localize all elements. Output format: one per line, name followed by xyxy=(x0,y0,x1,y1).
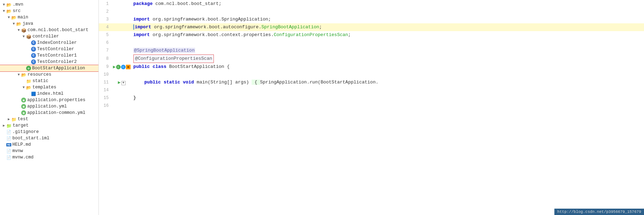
tree-item-label: main xyxy=(18,15,28,20)
tree-arrow xyxy=(16,73,21,77)
tree-item-label: .mvn xyxy=(13,2,23,7)
code-line: 6 xyxy=(99,39,644,47)
java-class-icon: C xyxy=(31,59,36,64)
tree-arrow xyxy=(16,28,21,32)
tree-item-label: controller xyxy=(32,34,59,39)
folder-icon: 📂 xyxy=(6,2,12,7)
tree-item-label: com.ncl.boot.boot_start xyxy=(28,28,89,33)
tree-item-controller[interactable]: 📦controller xyxy=(0,33,98,40)
tree-item-label: .gitignore xyxy=(12,129,39,134)
line-number: 4 xyxy=(99,23,113,31)
line-code xyxy=(131,8,644,16)
line-gutter xyxy=(113,23,131,31)
tree-item-application-common.yml[interactable]: ◉application-common.yml xyxy=(0,110,98,116)
tree-item-label: test xyxy=(18,117,28,122)
tree-item-.gitignore[interactable]: 📄.gitignore xyxy=(0,129,98,135)
line-number: 9 xyxy=(99,63,113,71)
code-line: 7@SpringBootApplication xyxy=(99,47,644,54)
gutter-grid-icon: ⊞ xyxy=(126,65,131,69)
tree-item-label: target xyxy=(13,123,29,128)
tree-arrow xyxy=(11,22,16,26)
tree-item-label: TestController1 xyxy=(37,53,77,58)
tree-item-application.yml[interactable]: ◉application.yml xyxy=(0,103,98,110)
line-gutter xyxy=(113,39,131,47)
line-number: 11 xyxy=(99,79,113,86)
tree-item-mvn[interactable]: 📂.mvn xyxy=(0,1,98,8)
md-file-icon: MD xyxy=(6,143,11,146)
folder-icon: 📂 xyxy=(6,9,12,13)
line-gutter xyxy=(113,8,131,16)
line-gutter xyxy=(113,54,131,63)
line-number: 5 xyxy=(99,31,113,39)
code-line: 2 xyxy=(99,8,644,16)
folder-icon: 📁 xyxy=(6,123,12,128)
line-gutter: ▶+ xyxy=(113,79,131,86)
line-gutter xyxy=(113,71,131,79)
status-bar: http://blog.csdn.net/p3956679_157679 xyxy=(554,209,644,215)
tree-item-HELP.md[interactable]: MDHELP.md xyxy=(0,141,98,148)
tree-arrow xyxy=(6,117,11,121)
tree-item-main[interactable]: 📂main xyxy=(0,14,98,21)
java-class-icon: C xyxy=(31,47,36,52)
tree-item-IndexController[interactable]: CIndexController xyxy=(0,40,98,46)
tree-item-label: TestController2 xyxy=(37,59,77,64)
tree-item-resources[interactable]: 📂resources xyxy=(0,71,98,78)
code-line: 3import org.springframework.boot.SpringA… xyxy=(99,16,644,23)
code-line: 15} xyxy=(99,94,644,102)
expand-icon[interactable]: + xyxy=(121,81,126,85)
package-icon: 📦 xyxy=(21,28,26,33)
line-number: 14 xyxy=(99,86,113,94)
line-code xyxy=(131,86,644,94)
tree-item-label: application.properties xyxy=(27,98,85,103)
tree-item-templates[interactable]: 📂templates xyxy=(0,84,98,91)
line-gutter xyxy=(113,94,131,102)
line-number: 10 xyxy=(99,71,113,79)
line-gutter xyxy=(113,102,131,110)
line-number: 2 xyxy=(99,8,113,16)
tree-item-java[interactable]: 📂java xyxy=(0,21,98,27)
tree-item-static[interactable]: 📁static xyxy=(0,78,98,84)
code-line: 11▶+ public static void main(String[] ar… xyxy=(99,79,644,86)
run-green-icon[interactable]: ▶ xyxy=(113,64,116,70)
tree-item-target[interactable]: 📁target xyxy=(0,122,98,129)
line-code: import org.springframework.boot.SpringAp… xyxy=(131,16,644,23)
tree-arrow xyxy=(1,3,6,7)
tree-item-label: boot_start.iml xyxy=(12,136,49,141)
tree-item-application.properties[interactable]: ◉application.properties xyxy=(0,97,98,103)
file-icon: 📄 xyxy=(6,149,11,153)
line-gutter xyxy=(113,31,131,39)
java-class-icon: C xyxy=(31,40,36,45)
tree-arrow xyxy=(1,123,6,128)
line-code xyxy=(131,39,644,47)
tree-item-index.html[interactable]: 🟦index.html xyxy=(0,91,98,97)
gutter-icons: ▶CC⊞ xyxy=(113,64,131,70)
tree-item-mvnw.cmd[interactable]: 📄mvnw.cmd xyxy=(0,154,98,161)
spring-prop-icon: ◉ xyxy=(21,110,26,115)
package-icon: 📦 xyxy=(26,34,31,39)
line-number: 6 xyxy=(99,39,113,47)
file-icon: 📄 xyxy=(6,155,11,160)
tree-item-TestController[interactable]: CTestController xyxy=(0,46,98,52)
code-line: 14 xyxy=(99,86,644,94)
tree-item-TestController2[interactable]: CTestController2 xyxy=(0,59,98,65)
tree-item-TestController1[interactable]: CTestController1 xyxy=(0,52,98,59)
line-code: import org.springframework.boot.autoconf… xyxy=(131,23,644,31)
folder-icon: 📂 xyxy=(21,72,26,77)
folder-icon: 📁 xyxy=(26,79,31,83)
file-icon: 📄 xyxy=(6,136,11,141)
tree-item-com.ncl.boot.boot_start[interactable]: 📦com.ncl.boot.boot_start xyxy=(0,27,98,33)
tree-item-label: src xyxy=(13,8,21,13)
run-arrow-icon[interactable]: ▶ xyxy=(118,80,121,85)
tree-item-test[interactable]: 📁test xyxy=(0,116,98,122)
code-editor: 1package com.ncl.boot.boot_start;23impor… xyxy=(99,0,644,215)
tree-item-boot_start.iml[interactable]: 📄boot_start.iml xyxy=(0,135,98,141)
tree-item-mvnw[interactable]: 📄mvnw xyxy=(0,148,98,154)
folder-icon: 📂 xyxy=(11,15,17,20)
folder-icon: 📂 xyxy=(26,85,31,90)
tree-item-label: HELP.md xyxy=(12,142,31,147)
class-icon-blue: C xyxy=(121,65,126,69)
tree-item-BootStartApplication[interactable]: ✿BootStartApplication xyxy=(0,65,98,71)
tree-item-src[interactable]: 📂src xyxy=(0,8,98,14)
code-table: 1package com.ncl.boot.boot_start;23impor… xyxy=(99,0,644,110)
line-gutter xyxy=(113,86,131,94)
